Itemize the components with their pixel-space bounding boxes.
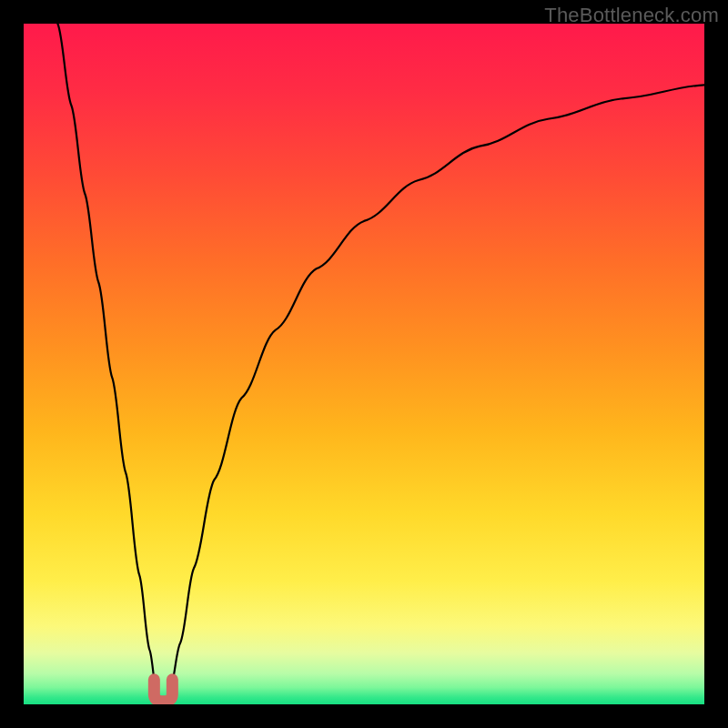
minimum-u-marker (154, 680, 172, 702)
curve-left-branch (57, 24, 156, 691)
chart-curve (24, 24, 704, 704)
curve-right-branch (170, 85, 704, 691)
outer-frame: TheBottleneck.com (0, 0, 728, 728)
plot-area (24, 24, 704, 704)
watermark-text: TheBottleneck.com (544, 4, 719, 27)
